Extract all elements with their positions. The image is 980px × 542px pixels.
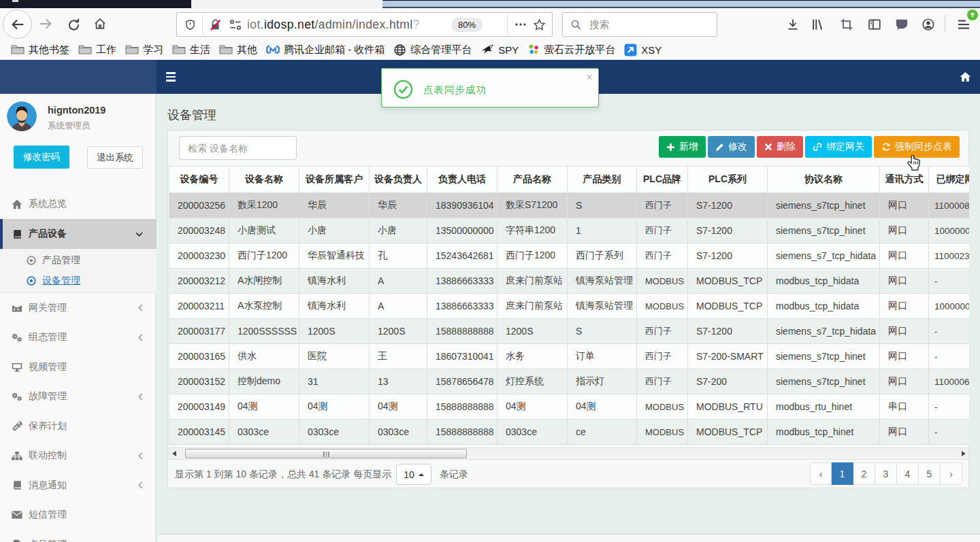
prev-page-button[interactable]: ‹ bbox=[810, 462, 832, 485]
menu-item-notice[interactable]: 消息通知 bbox=[0, 471, 157, 501]
page-button-5[interactable]: 5 bbox=[919, 462, 941, 485]
submenu-item-product-mgmt[interactable]: 产品管理 bbox=[0, 250, 157, 271]
device-search-input[interactable] bbox=[179, 136, 297, 160]
user-role: 系统管理员 bbox=[48, 120, 91, 132]
permissions-icon[interactable] bbox=[225, 19, 246, 31]
library-icon[interactable] bbox=[806, 14, 828, 35]
table-cell: S7-1200 bbox=[688, 218, 768, 243]
menu-item-simcard[interactable]: 卡号管理 bbox=[0, 530, 157, 542]
bookmark-ys7[interactable]: 萤石云开放平台 bbox=[527, 44, 615, 56]
scroll-left-arrow[interactable] bbox=[169, 448, 179, 459]
page-button-1[interactable]: 1 bbox=[832, 462, 853, 485]
col-phone[interactable]: 负责人电话 bbox=[427, 167, 497, 193]
search-placeholder: 搜索 bbox=[589, 18, 609, 31]
browser-home-button[interactable] bbox=[90, 8, 110, 39]
bookmark-study[interactable]: 学习 bbox=[125, 44, 163, 56]
submenu-item-device-mgmt[interactable]: 设备管理 bbox=[0, 271, 157, 291]
page-size-dropdown[interactable]: 10 bbox=[396, 464, 431, 485]
table-row[interactable]: 200003212A水闸控制镇海水利A13886663333庶来门前泵站镇海泵站… bbox=[169, 269, 970, 294]
horizontal-scrollbar[interactable] bbox=[169, 447, 969, 460]
bind-gateway-button[interactable]: 绑定网关 bbox=[805, 136, 872, 158]
add-button[interactable]: 新增 bbox=[659, 136, 706, 158]
shield-icon[interactable] bbox=[181, 18, 199, 31]
menu-item-video[interactable]: 视频管理 bbox=[0, 352, 157, 382]
bookmark-exmail[interactable]: 腾讯企业邮箱 - 收件箱 bbox=[266, 44, 385, 56]
col-device-name[interactable]: 设备名称 bbox=[229, 167, 299, 193]
table-row[interactable]: 200003152控制demo311315878656478灯控系统指示灯西门子… bbox=[169, 369, 970, 394]
downloads-icon[interactable] bbox=[782, 14, 804, 35]
table-cell: MODBUS_TCP bbox=[688, 269, 768, 294]
menu-item-overview[interactable]: 系统总览 bbox=[0, 189, 157, 219]
bookmark-spy[interactable]: SPY bbox=[480, 44, 519, 56]
bookmark-mgmt-platform[interactable]: 综合管理平台 bbox=[393, 44, 472, 56]
col-bound-gateway[interactable]: 已绑定网关 bbox=[929, 167, 970, 193]
col-owner[interactable]: 设备负责人 bbox=[370, 167, 427, 193]
col-protocol[interactable]: 协议名称 bbox=[768, 167, 880, 193]
menu-item-label: 保养计划 bbox=[29, 420, 67, 433]
scrollbar-thumb[interactable] bbox=[185, 449, 467, 458]
app-home-button[interactable] bbox=[954, 66, 976, 88]
table-row[interactable]: 200003248小唐测试小唐小唐13500000000字符串12001西门子S… bbox=[169, 218, 970, 243]
table-row[interactable]: 200003211A水泵控制镇海水利A13886663333庶来门前泵站镇海泵站… bbox=[169, 294, 970, 319]
menu-item-product-device[interactable]: 产品设备 bbox=[0, 219, 157, 249]
link-icon bbox=[813, 142, 822, 152]
table-row[interactable]: 200003256数采1200华辰华辰18390936104数采S71200S西… bbox=[169, 193, 970, 218]
menu-item-linkage[interactable]: 联动控制 bbox=[0, 441, 157, 471]
table-cell: 15878656478 bbox=[427, 369, 497, 394]
bookmark-star-icon[interactable] bbox=[529, 18, 549, 31]
search-bar[interactable]: 搜索 bbox=[562, 12, 717, 37]
menu-item-config[interactable]: 组态管理 bbox=[0, 323, 157, 353]
menu-item-fault[interactable]: 故障管理 bbox=[0, 382, 157, 412]
table-row[interactable]: 2000031450303ce0303ce0303ce1588888888803… bbox=[169, 420, 970, 445]
screenshot-icon[interactable] bbox=[836, 14, 858, 35]
page-actions-icon[interactable] bbox=[512, 23, 529, 26]
col-customer[interactable]: 设备所属客户 bbox=[299, 167, 370, 193]
delete-button[interactable]: 删除 bbox=[757, 136, 803, 158]
bookmark-life[interactable]: 生活 bbox=[172, 44, 210, 56]
scroll-right-arrow[interactable] bbox=[959, 448, 968, 459]
page-button-2[interactable]: 2 bbox=[853, 462, 875, 485]
col-product-type[interactable]: 产品类别 bbox=[568, 167, 637, 193]
zoom-indicator[interactable]: 80% bbox=[451, 18, 483, 32]
url-bar[interactable]: iot.idosp.net/admin/index.html? 80% bbox=[176, 12, 553, 37]
table-cell: - bbox=[929, 420, 970, 445]
bookmark-xsy[interactable]: XSY bbox=[624, 44, 662, 56]
bookmark-misc[interactable]: 其他 bbox=[219, 44, 257, 56]
table-row[interactable]: 200003165供水医院王18607310041水务订单西门子S7-200-S… bbox=[169, 344, 970, 369]
logout-button[interactable]: 退出系统 bbox=[87, 146, 143, 169]
back-button[interactable] bbox=[3, 10, 32, 39]
page-button-3[interactable]: 3 bbox=[875, 462, 897, 485]
insecure-lock-icon[interactable] bbox=[206, 18, 225, 31]
table-cell: 13 bbox=[370, 369, 427, 394]
sidebars-icon[interactable] bbox=[864, 14, 885, 35]
table-cell: S7-200-SMART bbox=[688, 344, 768, 369]
sidebar-toggle-button[interactable] bbox=[161, 67, 180, 86]
col-plc-series[interactable]: PLC系列 bbox=[688, 167, 768, 193]
table-cell: 04测 bbox=[229, 394, 299, 420]
toast-close-button[interactable]: × bbox=[586, 71, 593, 83]
account-icon[interactable] bbox=[917, 14, 939, 35]
table-cell: 15888888888 bbox=[427, 319, 497, 344]
menu-item-gateway[interactable]: 网关管理 bbox=[0, 293, 157, 323]
edit-button[interactable]: 修改 bbox=[708, 136, 755, 158]
reload-button[interactable] bbox=[63, 8, 84, 39]
table-row[interactable]: 2000031771200SSSSSS1200S1200S15888888888… bbox=[169, 319, 970, 344]
table-cell: 04测 bbox=[568, 394, 637, 420]
next-page-button[interactable]: › bbox=[941, 462, 962, 485]
table-cell: 字符串1200 bbox=[497, 218, 568, 243]
table-cell: 31 bbox=[299, 369, 370, 394]
col-product-name[interactable]: 产品名称 bbox=[497, 167, 568, 193]
col-plc-brand[interactable]: PLC品牌 bbox=[637, 167, 688, 193]
menu-item-sms[interactable]: 短信管理 bbox=[0, 501, 157, 530]
bookmark-work[interactable]: 工作 bbox=[78, 44, 116, 56]
page-button-4[interactable]: 4 bbox=[897, 462, 919, 485]
bookmark-other[interactable]: 其他书签 bbox=[11, 44, 69, 56]
change-password-button[interactable]: 修改密码 bbox=[14, 146, 69, 169]
pocket-icon[interactable] bbox=[891, 14, 913, 35]
forward-button[interactable] bbox=[35, 8, 56, 39]
table-row[interactable]: 200003230西门子1200华辰智通科技孔15243642681西门子120… bbox=[169, 243, 970, 269]
window-strip bbox=[0, 0, 980, 8]
col-device-id[interactable]: 设备编号 bbox=[169, 167, 229, 193]
menu-item-maintenance[interactable]: 保养计划 bbox=[0, 411, 157, 441]
table-row[interactable]: 20000314904测04测04测1588888888804测04测MODBU… bbox=[169, 394, 970, 420]
